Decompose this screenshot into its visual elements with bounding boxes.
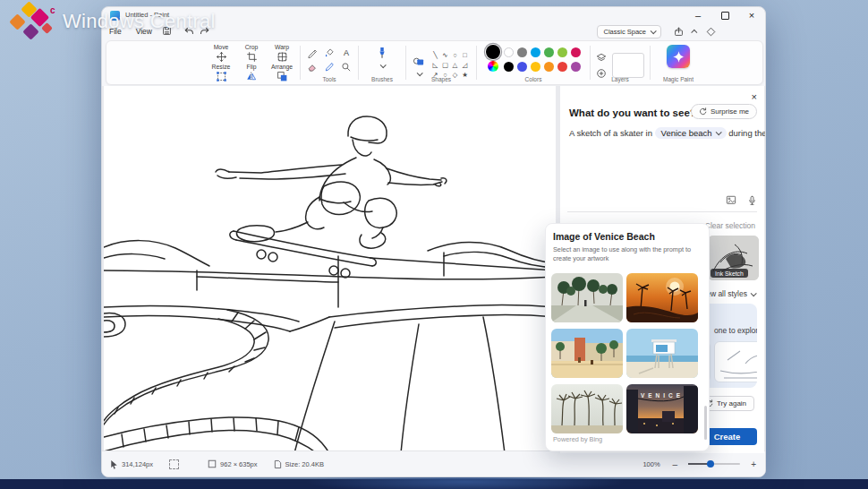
save-icon: [162, 26, 172, 36]
logo-diamond-gold: [21, 1, 37, 17]
menubar: File View Classic Space: [102, 23, 765, 39]
theme-dropdown[interactable]: Classic Space: [597, 25, 661, 39]
zoom-slider-knob[interactable]: [707, 460, 714, 468]
shape-right-triangle-flipped[interactable]: ◿: [460, 60, 470, 70]
color-magenta[interactable]: [571, 47, 581, 57]
popup-scrollbar[interactable]: [704, 406, 707, 440]
color-green[interactable]: [544, 47, 554, 57]
magic-paint-button[interactable]: [667, 45, 690, 68]
fill-tool[interactable]: [322, 46, 337, 60]
surprise-me-button[interactable]: Surprise me: [691, 104, 757, 119]
maximize-button[interactable]: [711, 7, 738, 23]
edit-colors-wheel[interactable]: [488, 61, 498, 72]
view-menu[interactable]: View: [129, 25, 159, 38]
pencil-tool[interactable]: [305, 46, 320, 60]
venice-image-palm-boardwalk[interactable]: [551, 273, 623, 322]
minimize-button[interactable]: –: [685, 7, 711, 23]
view-all-chevron-icon: [751, 290, 757, 296]
eraser-tool[interactable]: [305, 60, 320, 74]
venice-image-boardwalk-shops[interactable]: [551, 329, 623, 378]
file-menu[interactable]: File: [102, 25, 129, 38]
shape-ellipse[interactable]: ○: [450, 50, 460, 60]
venice-image-lifeguard-tower[interactable]: [626, 329, 698, 378]
arrange-tool[interactable]: Arrange: [268, 64, 295, 83]
add-image-button[interactable]: [726, 195, 736, 206]
venice-image-palm-trees[interactable]: [551, 384, 623, 433]
layer-thumbnail[interactable]: [612, 53, 644, 78]
magnifier-tool[interactable]: [339, 60, 354, 74]
flip-tool[interactable]: Flip: [238, 64, 265, 83]
zoom-slider[interactable]: [688, 463, 740, 465]
microphone-button[interactable]: [747, 195, 757, 206]
style-card-ink-sketch[interactable]: Ink Sketch: [708, 236, 759, 280]
color-white[interactable]: [504, 47, 514, 57]
shapes-grid: ╲ ∿ ○ □ ◺ ▢ △ ◿ ↗ ○ ◇ ★: [430, 46, 470, 80]
paint-app-icon: [110, 11, 120, 21]
shapes-chevron-icon[interactable]: [416, 70, 422, 76]
text-tool[interactable]: A: [339, 46, 354, 60]
titlebar[interactable]: Untitled - Paint – ×: [102, 7, 765, 23]
crop-tool[interactable]: Crop: [238, 44, 265, 64]
zoom-in-button[interactable]: +: [751, 459, 756, 469]
undo-button[interactable]: [183, 25, 195, 38]
color-picker-tool[interactable]: [322, 60, 337, 74]
close-button[interactable]: ×: [738, 7, 765, 23]
shape-triangle[interactable]: △: [450, 60, 460, 70]
color-indigo[interactable]: [517, 62, 527, 72]
colors-section: Colors: [477, 41, 590, 84]
desktop: Untitled - Paint – × File View Classic S…: [0, 0, 868, 489]
shape-right-triangle[interactable]: ◺: [430, 60, 440, 70]
color-azure[interactable]: [531, 47, 540, 57]
color-black[interactable]: [504, 62, 514, 72]
shape-rectangle[interactable]: □: [460, 50, 470, 60]
redo-button[interactable]: [199, 25, 211, 38]
canvas-sketch[interactable]: [104, 86, 556, 453]
brushes-chevron-icon[interactable]: [379, 62, 386, 68]
color-red[interactable]: [557, 62, 567, 72]
color-orange[interactable]: [544, 62, 554, 72]
color-yellow[interactable]: [531, 62, 540, 72]
color-lime[interactable]: [557, 47, 567, 57]
shape-rounded-rect[interactable]: ▢: [440, 60, 450, 70]
brushes-label: Brushes: [359, 76, 405, 82]
shapes-section: ╲ ∿ ○ □ ◺ ▢ △ ◿ ↗ ○ ◇ ★ Shapes: [406, 41, 476, 84]
arrange-icon: [277, 71, 288, 82]
move-tool[interactable]: Move: [208, 44, 234, 64]
color-gray[interactable]: [517, 47, 527, 57]
popup-title: Image of Venice Beach: [553, 231, 655, 242]
shapes-label: Shapes: [406, 76, 476, 82]
layers-stack-button[interactable]: [596, 53, 607, 64]
redo-icon: [200, 26, 210, 36]
shape-curve[interactable]: ∿: [440, 50, 450, 60]
venice-image-venice-sign[interactable]: VENICE: [626, 384, 698, 433]
zoom-level: 100%: [642, 460, 660, 468]
panel-divider: [567, 211, 757, 212]
color-purple[interactable]: [571, 62, 581, 72]
zoom-out-button[interactable]: –: [673, 459, 678, 469]
share-icon: [674, 27, 684, 37]
surprise-me-label: Surprise me: [711, 107, 749, 116]
save-button[interactable]: [161, 25, 174, 38]
shape-line[interactable]: ╲: [430, 50, 440, 60]
brush-button[interactable]: [376, 47, 388, 61]
share-button[interactable]: [672, 25, 685, 38]
canvas[interactable]: [104, 86, 556, 453]
selected-color-swatch[interactable]: [486, 45, 500, 59]
generated-sketch-3[interactable]: [714, 341, 757, 382]
resize-tool[interactable]: Resize: [208, 64, 234, 83]
collapse-ribbon-button[interactable]: [688, 25, 701, 38]
shape-fill-button[interactable]: [413, 56, 425, 67]
venice-image-sunset-skatepark[interactable]: [626, 273, 698, 322]
gem-button[interactable]: [704, 25, 717, 38]
warp-tool[interactable]: Warp: [268, 44, 295, 64]
cursor-icon: [110, 459, 118, 469]
logo-c-mark: c: [50, 5, 55, 15]
window-title: Untitled - Paint: [125, 11, 169, 19]
magic-paint-section: Magic Paint: [651, 41, 706, 84]
panel-close-button[interactable]: ×: [752, 91, 757, 102]
venice-beach-chip[interactable]: Venice beach: [655, 127, 727, 139]
brushes-section: Brushes: [359, 41, 405, 84]
clear-selection-link[interactable]: Clear selection: [705, 221, 755, 230]
sparkle-icon: [672, 50, 685, 64]
prompt-text[interactable]: A sketch of a skater in Venice beach dur…: [569, 127, 761, 139]
